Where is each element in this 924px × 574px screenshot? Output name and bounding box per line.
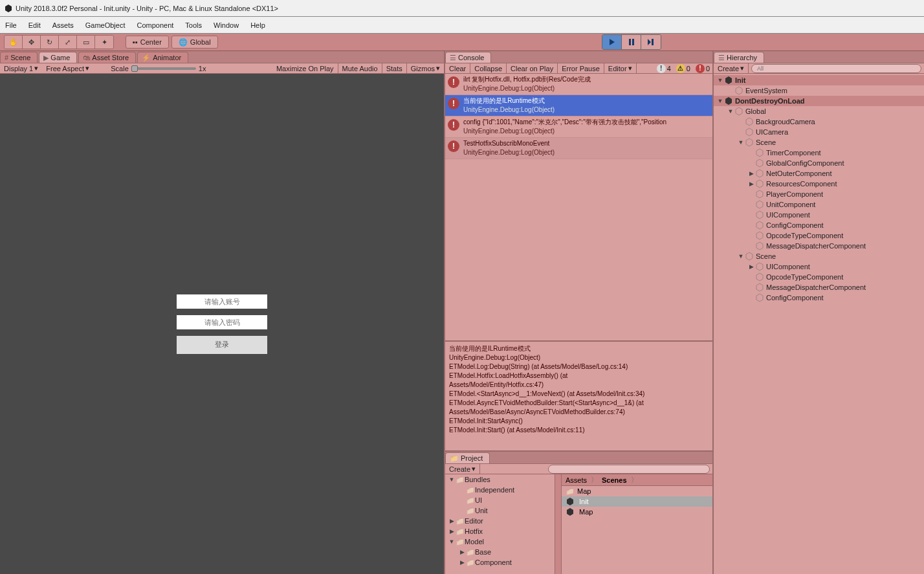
hierarchy-item[interactable]: ConfigComponent xyxy=(714,293,924,303)
error-count[interactable]: !0 xyxy=(693,64,712,73)
hierarchy-item[interactable]: BackgroudCamera xyxy=(714,116,924,127)
menu-gameobject[interactable]: GameObject xyxy=(85,21,126,29)
console-entry[interactable]: !TestHotfixSubscribMonoEventUnityEngine.… xyxy=(445,138,712,159)
menu-edit[interactable]: Edit xyxy=(28,21,41,29)
project-folder[interactable]: ▶ Component xyxy=(445,557,555,568)
clear-on-play-toggle[interactable]: Clear on Play xyxy=(507,63,558,73)
foldout-icon[interactable]: ▼ xyxy=(448,538,456,545)
collapse-toggle[interactable]: Collapse xyxy=(470,63,507,73)
foldout-icon[interactable]: ▼ xyxy=(716,77,724,83)
console-detail[interactable]: 当前使用的是ILRuntime模式 UnityEngine.Debug:Log(… xyxy=(445,340,712,450)
hierarchy-item[interactable]: PlayerComponent xyxy=(714,189,924,199)
breadcrumb-item[interactable]: Scenes xyxy=(602,476,627,484)
hierarchy-item[interactable]: MessageDispatcherComponent xyxy=(714,241,924,251)
password-input[interactable] xyxy=(177,315,267,329)
asset-item[interactable]: Init xyxy=(562,496,712,507)
tab-hierarchy[interactable]: ☰Hierarchy xyxy=(714,52,764,63)
project-folder[interactable]: ▶ Hotfix xyxy=(445,526,555,536)
console-entry[interactable]: !当前使用的是ILRuntime模式UnityEngine.Debug:Log(… xyxy=(445,95,712,116)
menu-assets[interactable]: Assets xyxy=(52,21,74,29)
stats-toggle[interactable]: Stats xyxy=(382,63,407,73)
hierarchy-item[interactable]: OpcodeTypeComponent xyxy=(714,272,924,282)
maximize-toggle[interactable]: Maximize On Play xyxy=(272,63,338,73)
project-create-dropdown[interactable]: Create▾ xyxy=(445,464,480,474)
menu-file[interactable]: File xyxy=(5,21,17,29)
login-button[interactable]: 登录 xyxy=(177,336,267,354)
clear-button[interactable]: Clear xyxy=(445,63,470,73)
error-pause-toggle[interactable]: Error Pause xyxy=(558,63,604,73)
foldout-icon[interactable]: ▶ xyxy=(458,549,466,555)
info-count[interactable]: !4 xyxy=(654,64,674,73)
project-folder[interactable]: Independent xyxy=(445,485,555,495)
hierarchy-item[interactable]: ▶NetOuterComponent xyxy=(714,168,924,179)
mute-toggle[interactable]: Mute Audio xyxy=(338,63,382,73)
breadcrumb-item[interactable]: Assets xyxy=(566,476,587,484)
foldout-icon[interactable]: ▼ xyxy=(448,476,456,483)
project-folder[interactable]: ▼ Bundles xyxy=(445,474,555,485)
hierarchy-item[interactable]: ▼Init xyxy=(714,75,924,85)
hierarchy-item[interactable]: ▼Scene xyxy=(714,251,924,261)
foldout-icon[interactable]: ▶ xyxy=(747,181,755,187)
menu-window[interactable]: Window xyxy=(214,21,239,29)
project-folder[interactable]: ▶ Editor xyxy=(445,516,555,526)
project-folder[interactable]: UI xyxy=(445,495,555,505)
hierarchy-item[interactable]: UnitComponent xyxy=(714,199,924,210)
hierarchy-item[interactable]: ▶UIComponent xyxy=(714,261,924,272)
foldout-icon[interactable]: ▶ xyxy=(747,170,755,177)
scale-slider[interactable] xyxy=(131,67,196,70)
hierarchy-item[interactable]: ▼Global xyxy=(714,106,924,116)
play-button[interactable] xyxy=(602,35,622,49)
project-folder[interactable]: ▶ Base xyxy=(445,547,555,557)
hierarchy-item[interactable]: GlobalConfigComponent xyxy=(714,158,924,168)
warn-count[interactable]: ⚠0 xyxy=(674,64,693,73)
foldout-icon[interactable]: ▼ xyxy=(737,253,745,259)
menu-help[interactable]: Help xyxy=(250,21,265,29)
menu-tools[interactable]: Tools xyxy=(185,21,202,29)
project-scroll[interactable] xyxy=(555,474,562,574)
tab-animator[interactable]: ⚡Animator xyxy=(137,52,188,63)
gizmos-dropdown[interactable]: Gizmos▾ xyxy=(407,63,444,73)
foldout-icon[interactable]: ▶ xyxy=(448,518,456,524)
tab-scene[interactable]: #Scene xyxy=(0,52,38,63)
pivot-toggle[interactable]: ▪▪ Center xyxy=(126,36,169,49)
tab-project[interactable]: 📁Project xyxy=(445,452,490,463)
editor-dropdown[interactable]: Editor▾ xyxy=(604,63,637,73)
project-search[interactable] xyxy=(548,465,710,474)
foldout-icon[interactable]: ▶ xyxy=(458,559,466,566)
foldout-icon[interactable]: ▼ xyxy=(727,108,734,115)
hierarchy-create-dropdown[interactable]: Create▾ xyxy=(714,63,749,73)
foldout-icon[interactable]: ▶ xyxy=(448,528,456,535)
move-tool[interactable]: ✥ xyxy=(23,36,41,49)
foldout-icon[interactable]: ▼ xyxy=(737,139,745,146)
hierarchy-item[interactable]: UICamera xyxy=(714,127,924,137)
hierarchy-item[interactable]: ▶ResourcesComponent xyxy=(714,179,924,189)
hierarchy-item[interactable]: UIComponent xyxy=(714,210,924,220)
pause-button[interactable] xyxy=(622,35,641,49)
hierarchy-item[interactable]: OpcodeTypeComponent xyxy=(714,230,924,241)
foldout-icon[interactable]: ▼ xyxy=(716,98,724,104)
foldout-icon[interactable]: ▶ xyxy=(747,263,755,270)
tab-asset-store[interactable]: 🛍Asset Store xyxy=(78,52,136,63)
asset-item[interactable]: Map xyxy=(562,507,712,517)
hand-tool[interactable]: ✋ xyxy=(5,36,23,49)
menu-component[interactable]: Component xyxy=(137,21,173,29)
transform-tool[interactable]: ✦ xyxy=(95,36,113,49)
display-dropdown[interactable]: Display 1▾ xyxy=(0,64,42,72)
project-folder[interactable]: ▼ Model xyxy=(445,536,555,547)
scale-tool[interactable]: ⤢ xyxy=(59,36,77,49)
console-entry[interactable]: !config {"Id":1001,"Name":"米克尔","Desc":"… xyxy=(445,116,712,138)
space-toggle[interactable]: 🌐 Global xyxy=(171,36,218,49)
tab-console[interactable]: ☰Console xyxy=(445,52,491,63)
aspect-dropdown[interactable]: Free Aspect▾ xyxy=(42,64,107,72)
hierarchy-item[interactable]: ▼Scene xyxy=(714,137,924,148)
hierarchy-item[interactable]: MessageDispatcherComponent xyxy=(714,282,924,293)
hierarchy-search[interactable] xyxy=(751,64,921,73)
tab-game[interactable]: ▶Game xyxy=(39,52,77,63)
rect-tool[interactable]: ▭ xyxy=(77,36,95,49)
console-entry[interactable]: !ilrt 复制Hotfix.dll, Hotfix.pdb到Res/Code完… xyxy=(445,74,712,95)
hierarchy-item[interactable]: TimerComponent xyxy=(714,148,924,158)
step-button[interactable] xyxy=(641,35,661,49)
asset-item[interactable]: Map xyxy=(562,486,712,496)
hierarchy-item[interactable]: ▼DontDestroyOnLoad xyxy=(714,96,924,106)
project-folder[interactable]: Unit xyxy=(445,505,555,516)
